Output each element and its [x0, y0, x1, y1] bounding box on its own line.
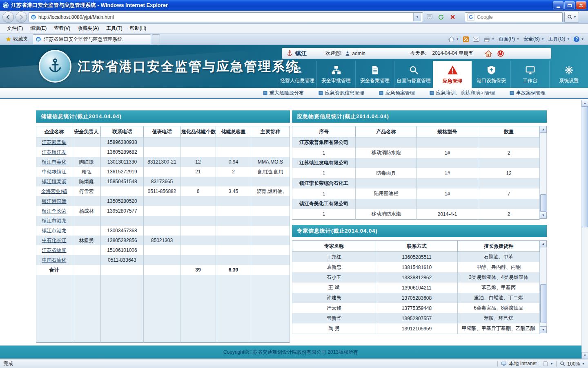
- page-footer: Copyright©江苏省交通规划设计院股份有限公司 2013版权所有: [0, 346, 581, 359]
- emergency-supplies-panel: 应急物资信息统计(截止2014.04.04) 序号产品名称规格型号数量 江苏索普…: [292, 110, 547, 219]
- home-shortcut-icon[interactable]: [485, 50, 492, 57]
- search-input[interactable]: G Google: [465, 12, 563, 22]
- logout-power-icon[interactable]: [497, 50, 504, 57]
- zoom-control[interactable]: 100% ▼: [560, 361, 585, 367]
- system-title: 江苏省港口安全监管与应急管理系统: [78, 58, 300, 75]
- scroll-thumb[interactable]: [582, 107, 588, 227]
- maximize-button[interactable]: [564, 1, 575, 9]
- menu-help[interactable]: 帮助(H): [126, 24, 150, 33]
- scroll-thumb[interactable]: [540, 194, 546, 212]
- table-filler: [292, 334, 540, 334]
- table-header-row: 专家名称联系方式擅长救援货种: [292, 241, 540, 252]
- print-button[interactable]: ▼: [483, 36, 494, 42]
- scroll-thumb[interactable]: [540, 284, 546, 323]
- back-button[interactable]: [2, 11, 14, 23]
- read-mail-button[interactable]: [473, 37, 479, 42]
- company-link[interactable]: 镇江市港龙: [42, 228, 67, 233]
- scroll-up-icon[interactable]: ▲: [540, 126, 547, 133]
- nav-item-system-settings[interactable]: 系统设置: [549, 61, 588, 88]
- table-row: 江苏索普集15896380938: [36, 137, 290, 148]
- nav-item-safety-filing[interactable]: 安全备案管理: [355, 61, 394, 88]
- company-link[interactable]: 镇江李长荣: [42, 208, 67, 214]
- supplies-scrollbar[interactable]: ▲ ▼: [540, 126, 547, 219]
- table-row: 1防毒面具1#12: [292, 168, 540, 178]
- menu-tools[interactable]: 工具(T): [102, 24, 126, 33]
- company-link[interactable]: 镇江奇美化: [42, 159, 67, 165]
- table-row: 陶 勇13912105959甲缩醛、甲基异丁基酮、乙酸乙酯: [292, 323, 540, 334]
- home-button[interactable]: ▼: [448, 36, 459, 42]
- tools-menu-button[interactable]: 工具(O) ▼: [548, 36, 570, 43]
- subnav-accident-cases[interactable]: 事故案例管理: [510, 90, 546, 96]
- search-engine-label: Google: [477, 14, 560, 20]
- scroll-up-icon[interactable]: ▲: [540, 240, 547, 247]
- panel-title: 专家信息统计(截止2014.04.04): [292, 225, 547, 237]
- protected-mode-button[interactable]: ▼: [543, 361, 553, 366]
- nav-item-port-security[interactable]: 港口设施保安: [472, 61, 510, 88]
- nav-item-workbench[interactable]: 工作台: [510, 61, 549, 88]
- compatibility-view-button[interactable]: [425, 12, 434, 22]
- table-row: 丁邦红13605285511石脑油、甲苯: [292, 252, 540, 263]
- company-link[interactable]: 中储粮镇江: [42, 169, 67, 175]
- ie-icon: [2, 2, 9, 9]
- favorites-button[interactable]: ★ 收藏夹: [2, 34, 31, 44]
- browser-viewport: 江苏省港口安全监管与应急管理系统 镇江 欢迎您! admin 今天是: 2014…: [0, 45, 588, 359]
- table-row: 中储粮镇江顾弘13615272919212食用油,食用: [36, 167, 290, 177]
- company-link[interactable]: 中石化长江: [42, 238, 67, 243]
- stop-button[interactable]: [448, 12, 457, 22]
- subnav-emergency-plans[interactable]: 应急预案管理: [379, 90, 415, 96]
- company-link[interactable]: 江苏索普集: [42, 139, 67, 145]
- search-go-button[interactable]: ▼: [564, 12, 579, 22]
- panel-title: 应急物资信息统计(截止2014.04.04): [292, 110, 547, 123]
- company-link[interactable]: 镇江港国际: [42, 198, 67, 204]
- address-dropdown-button[interactable]: ▼: [413, 13, 421, 21]
- scroll-up-icon[interactable]: ▲: [581, 100, 588, 107]
- experts-scrollbar[interactable]: ▲ ▼: [540, 240, 547, 333]
- nav-item-emergency-management[interactable]: 应急管理: [433, 61, 472, 88]
- nav-item-operator-info[interactable]: 经营人信息管理: [278, 61, 316, 88]
- doc-list-icon: [430, 91, 434, 95]
- browser-tab-active[interactable]: 江苏省港口安全监管与应急管理系统: [33, 34, 151, 44]
- security-zone: 本地 Intranet: [501, 360, 537, 367]
- nav-item-safety-approval[interactable]: 安全审批管理: [316, 61, 355, 88]
- forward-button[interactable]: [16, 11, 27, 23]
- column-header: 数量: [478, 126, 540, 137]
- company-link[interactable]: 江苏镇江发: [42, 149, 67, 155]
- subnav-emergency-resources[interactable]: 应急资源信息管理: [318, 90, 364, 96]
- scroll-down-icon[interactable]: ▼: [581, 352, 588, 359]
- help-button[interactable]: ? ▼: [574, 36, 584, 42]
- menu-view[interactable]: 查看(V): [50, 24, 74, 33]
- company-link[interactable]: 金海宏业(镇: [41, 188, 67, 194]
- page-scrollbar[interactable]: ▲ ▼: [581, 100, 588, 359]
- panel-title: 储罐信息统计(截止2014.04.04): [36, 110, 290, 123]
- minimize-button[interactable]: [553, 1, 564, 9]
- company-link[interactable]: 江苏省物资: [42, 247, 67, 253]
- tab-favicon-icon: [36, 36, 41, 42]
- close-button[interactable]: [576, 1, 586, 9]
- nav-item-inspection[interactable]: 自查与督查管理: [394, 61, 433, 88]
- safety-menu-button[interactable]: 安全(S) ▼: [523, 36, 544, 43]
- company-link[interactable]: 镇江恒泰沥: [42, 179, 67, 184]
- company-link[interactable]: 中国石油化: [42, 257, 67, 263]
- address-url: http://localhost:8080/yjpt/Main.html: [38, 14, 411, 20]
- new-tab-button[interactable]: [152, 34, 160, 44]
- subnav-training-drills[interactable]: 应急培训、演练和演习管理: [430, 90, 495, 96]
- page-menu-button[interactable]: 页面(P) ▼: [499, 36, 519, 43]
- orgchart-icon: [331, 65, 341, 75]
- table-header-row: 企业名称安全负责人联系电话值班电话危化品储罐个数储罐总容量主要货种: [36, 126, 290, 137]
- scroll-down-icon[interactable]: ▼: [540, 326, 547, 333]
- refresh-button[interactable]: [436, 12, 446, 22]
- address-bar-input[interactable]: http://localhost:8080/yjpt/Main.html ▼: [29, 12, 423, 22]
- column-header: 值班电话: [144, 126, 180, 137]
- menu-favorites[interactable]: 收藏夹(A): [74, 24, 102, 33]
- welcome-label: 欢迎您!: [325, 50, 341, 57]
- monitor-icon: [525, 65, 535, 75]
- window-title: 江苏省港口安全监管与应急管理系统 - Windows Internet Expl…: [11, 2, 552, 9]
- menu-file[interactable]: 文件(F): [3, 24, 27, 33]
- table-row: 管新华13952807557苯胺、环己烷: [292, 313, 540, 323]
- scroll-down-icon[interactable]: ▼: [540, 212, 547, 219]
- menu-edit[interactable]: 编辑(E): [27, 24, 50, 33]
- subnav-hazard-distribution[interactable]: 重大危险源分布: [263, 90, 304, 96]
- table-row: 镇江港国际13505280520: [36, 196, 290, 206]
- company-link[interactable]: 镇江市港龙: [42, 218, 67, 224]
- feeds-button[interactable]: [463, 36, 469, 42]
